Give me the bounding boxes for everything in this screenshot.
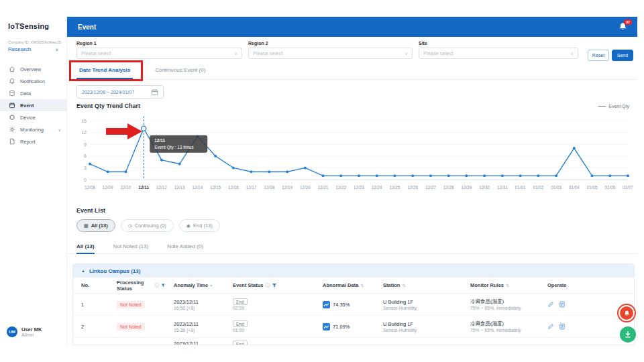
col-no: No. bbox=[81, 282, 89, 288]
note-document-icon[interactable] bbox=[559, 323, 566, 330]
sort-icon[interactable]: ⇅ bbox=[360, 283, 364, 288]
event-duration: 01:00 bbox=[233, 328, 315, 333]
region2-select[interactable]: Please select ∨ bbox=[248, 48, 413, 59]
cell-event-status: End 02:09 bbox=[225, 298, 315, 310]
table-group-header[interactable]: ▲ Linkou Campus (13) bbox=[73, 264, 634, 278]
user-role: Admin bbox=[21, 333, 42, 337]
pill-label: End (13) bbox=[193, 223, 213, 229]
pill-end[interactable]: ◉ End (13) bbox=[179, 219, 220, 232]
region2-placeholder: Please select bbox=[253, 50, 283, 56]
svg-text:12/30: 12/30 bbox=[479, 185, 490, 190]
sidebar-item-label: Notification bbox=[20, 78, 45, 84]
sidebar-item-data[interactable]: Data bbox=[0, 87, 66, 99]
svg-text:12/25: 12/25 bbox=[390, 185, 400, 190]
filter-funnel-icon[interactable] bbox=[272, 283, 277, 288]
tab-all[interactable]: All (13) bbox=[76, 239, 95, 253]
collapse-caret-icon[interactable]: ▲ bbox=[81, 269, 85, 273]
user-profile[interactable]: UM User MK Admin bbox=[7, 326, 42, 337]
station-sensor: Sensor-Humidity bbox=[383, 306, 462, 310]
cell-processing-status bbox=[109, 338, 166, 341]
abnormal-data: 74.35% bbox=[323, 301, 375, 308]
sidebar-item-device[interactable]: Device bbox=[0, 111, 66, 123]
site-select[interactable]: Please select ∨ bbox=[419, 48, 578, 59]
svg-text:12/18: 12/18 bbox=[264, 185, 274, 190]
sort-icon[interactable]: ⇅ bbox=[506, 283, 509, 288]
sort-icon[interactable]: ⇅ bbox=[402, 283, 405, 288]
station-name: U Building 1F bbox=[383, 299, 462, 305]
chart-title: Event Qty Trend Chart bbox=[76, 103, 140, 109]
clock-icon: ◷ bbox=[128, 223, 132, 229]
event-status-tag: End bbox=[233, 320, 248, 327]
svg-text:12/15: 12/15 bbox=[210, 185, 221, 190]
region2-label: Region 2 bbox=[248, 41, 413, 46]
download-fab-button[interactable] bbox=[620, 326, 636, 343]
col-processing-status: Processing Status bbox=[117, 280, 152, 292]
edit-pencil-icon[interactable] bbox=[547, 301, 554, 308]
sidebar-item-report[interactable]: Report bbox=[0, 135, 66, 147]
tab-continuous-event[interactable]: Continuous Event (0) bbox=[143, 61, 217, 79]
cell-abnormal-data: 74.35% bbox=[315, 301, 375, 308]
info-icon[interactable]: ⓘ bbox=[265, 282, 270, 289]
row-number: 2 bbox=[81, 324, 84, 330]
reset-button[interactable]: Reset bbox=[588, 50, 609, 61]
main-content: Event 37 Region 1 Please select ∨ Region… bbox=[67, 17, 637, 345]
workspace-selector[interactable]: Research ∨ bbox=[0, 44, 66, 52]
dot-circle-icon: ◉ bbox=[186, 223, 191, 229]
tab-not-noted[interactable]: Not Noted (13) bbox=[113, 239, 148, 253]
sidebar-item-event[interactable]: Event bbox=[0, 99, 66, 111]
tab-note-added[interactable]: Note Added (0) bbox=[167, 239, 203, 253]
station-name: U Building 1F bbox=[383, 321, 462, 327]
alarm-bell-icon bbox=[623, 310, 631, 317]
svg-text:01/07: 01/07 bbox=[623, 185, 633, 190]
svg-text:12/16: 12/16 bbox=[228, 185, 239, 190]
svg-text:12/21: 12/21 bbox=[318, 185, 329, 190]
region1-select[interactable]: Please select ∨ bbox=[76, 48, 242, 59]
svg-text:12/13: 12/13 bbox=[174, 185, 185, 190]
send-button[interactable]: Send bbox=[612, 50, 633, 61]
region1-label: Region 1 bbox=[76, 41, 242, 46]
sidebar-item-notification[interactable]: Notification bbox=[0, 75, 66, 87]
sort-desc-icon[interactable]: ▾ bbox=[210, 283, 212, 288]
trend-chart[interactable]: 0369121512/0812/0912/1012/1112/1212/1312… bbox=[72, 114, 635, 193]
note-filter-tabs: All (13) Not Noted (13) Note Added (0) bbox=[67, 239, 637, 254]
pill-all[interactable]: ▦ All (13) bbox=[76, 219, 115, 232]
tab-date-trend-analysis[interactable]: Date Trend Analysis bbox=[67, 61, 142, 79]
sidebar-item-label: Device bbox=[20, 115, 36, 121]
anomaly-date: 2023/12/11 bbox=[174, 341, 225, 345]
cell-anomaly-time: 2023/12/11 15:38 (+8) bbox=[166, 321, 225, 333]
sidebar-item-monitoring[interactable]: Monitoring ∨ bbox=[0, 123, 66, 135]
abnormal-data-value: 71.09% bbox=[333, 324, 350, 330]
chart-legend[interactable]: Event Qty bbox=[598, 104, 629, 109]
chevron-down-icon: ∨ bbox=[405, 51, 408, 56]
sidebar-item-label: Report bbox=[20, 139, 36, 145]
bell-icon bbox=[9, 78, 15, 84]
cell-processing-status: Not Noted bbox=[109, 323, 166, 330]
svg-text:9: 9 bbox=[84, 142, 87, 147]
pill-continuing[interactable]: ◷ Continuing (0) bbox=[121, 219, 174, 232]
table-row[interactable]: 1 Not Noted 2023/12/11 16:58 (+8) End 02… bbox=[73, 294, 634, 316]
alert-fab-button[interactable] bbox=[617, 304, 636, 322]
cell-monitor-rules: 冷藏食品(濕度) 75% ~ 85%, Immediately bbox=[462, 320, 539, 333]
page-title: Event bbox=[78, 23, 96, 31]
anomaly-date: 2023/12/11 bbox=[174, 299, 225, 305]
note-document-icon[interactable] bbox=[559, 301, 566, 308]
sidebar-item-label: Data bbox=[20, 90, 31, 97]
cell-monitor-rules: 冷藏食品(濕度) 75% ~ 85%, Immediately bbox=[462, 298, 539, 310]
table-body: 1 Not Noted 2023/12/11 16:58 (+8) End 02… bbox=[73, 294, 634, 345]
col-abnormal-data: Abnormal Data bbox=[323, 282, 358, 288]
table-row[interactable]: 2023/12/11 End bbox=[73, 338, 634, 345]
cell-event-status: End bbox=[225, 338, 315, 345]
sidebar-item-overview[interactable]: Overview bbox=[0, 63, 66, 75]
table-row[interactable]: 2 Not Noted 2023/12/11 15:38 (+8) End 01… bbox=[73, 316, 634, 338]
processing-status-badge: Not Noted bbox=[117, 301, 145, 308]
notification-bell-button[interactable]: 37 bbox=[619, 22, 628, 32]
cell-abnormal-data: 71.09% bbox=[315, 323, 375, 330]
event-duration: 02:09 bbox=[233, 306, 315, 310]
station-sensor: Sensor-Humidity bbox=[383, 328, 462, 333]
edit-pencil-icon[interactable] bbox=[547, 323, 554, 330]
event-status-tag: End bbox=[233, 298, 248, 305]
info-icon[interactable]: ⓘ bbox=[154, 282, 159, 289]
date-range-picker[interactable]: 2023/12/08 ~ 2024/01/07 bbox=[76, 85, 164, 99]
home-icon bbox=[9, 66, 15, 72]
cell-abnormal-data bbox=[315, 338, 375, 341]
